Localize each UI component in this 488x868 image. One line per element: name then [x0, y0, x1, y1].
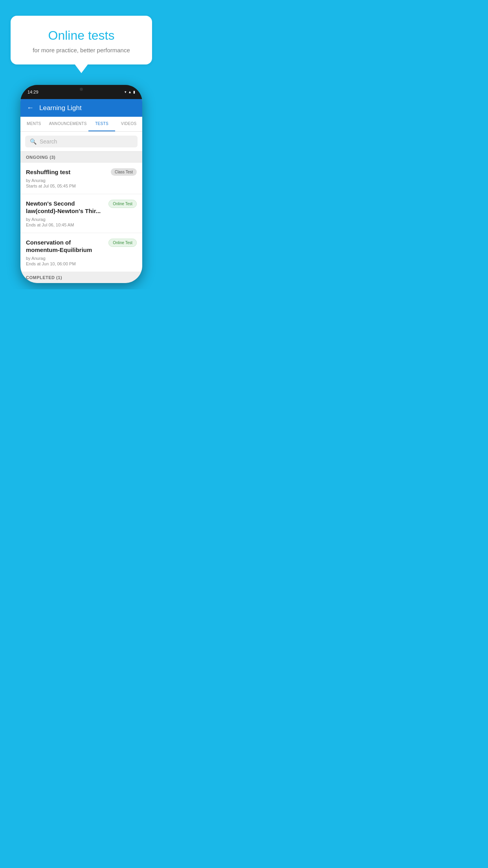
battery-icon: ▮ — [133, 90, 135, 94]
tab-announcements[interactable]: ANNOUNCEMENTS — [48, 117, 88, 131]
tab-ments[interactable]: MENTS — [20, 117, 48, 131]
test-card-1-row: Reshuffling test Class Test — [26, 168, 137, 176]
test-meta-3: by Anurag Ends at Jun 10, 06:00 PM — [26, 256, 137, 266]
test-name-3: Conservation of momentum-Equilibrium — [26, 239, 105, 254]
app-title: Learning Light — [39, 104, 82, 112]
status-icons: ▾ ▲ ▮ — [125, 90, 135, 94]
hero-section: Online tests for more practice, better p… — [0, 0, 163, 64]
test-card-3[interactable]: Conservation of momentum-Equilibrium Onl… — [20, 233, 142, 272]
test-meta-1: by Anurag Starts at Jul 05, 05:45 PM — [26, 178, 137, 188]
test-date-2: Ends at Jul 06, 10:45 AM — [26, 223, 137, 227]
phone-screen: ← Learning Light MENTS ANNOUNCEMENTS TES… — [20, 99, 142, 283]
test-card-1[interactable]: Reshuffling test Class Test by Anurag St… — [20, 163, 142, 194]
search-placeholder: Search — [40, 138, 57, 145]
hero-title: Online tests — [22, 28, 141, 43]
app-header: ← Learning Light — [20, 99, 142, 117]
test-card-3-row: Conservation of momentum-Equilibrium Onl… — [26, 239, 137, 254]
phone-mockup: 14:29 ▾ ▲ ▮ ← Learning Light MENTS — [20, 85, 142, 283]
notch — [70, 85, 93, 94]
test-name-1: Reshuffling test — [26, 168, 108, 176]
completed-section-label: COMPLETED (1) — [20, 272, 142, 283]
status-bar: 14:29 ▾ ▲ ▮ — [20, 85, 142, 99]
test-author-1: by Anurag — [26, 178, 137, 183]
test-author-2: by Anurag — [26, 217, 137, 222]
test-badge-3: Online Test — [108, 239, 137, 247]
search-icon: 🔍 — [30, 138, 37, 145]
wifi-icon: ▾ — [125, 90, 127, 94]
test-author-3: by Anurag — [26, 256, 137, 261]
test-badge-2: Online Test — [108, 200, 137, 208]
search-box[interactable]: 🔍 Search — [25, 136, 138, 147]
hero-subtitle: for more practice, better performance — [22, 47, 141, 53]
test-name-2: Newton's Second law(contd)-Newton's Thir… — [26, 200, 105, 215]
camera — [80, 88, 83, 91]
test-date-3: Ends at Jun 10, 06:00 PM — [26, 261, 137, 266]
tab-tests[interactable]: TESTS — [88, 117, 116, 131]
test-badge-1: Class Test — [111, 168, 137, 176]
test-date-1: Starts at Jul 05, 05:45 PM — [26, 184, 137, 188]
tabs-bar: MENTS ANNOUNCEMENTS TESTS VIDEOS — [20, 117, 142, 132]
status-time: 14:29 — [28, 90, 39, 94]
test-card-2[interactable]: Newton's Second law(contd)-Newton's Thir… — [20, 194, 142, 233]
phone-wrapper: 14:29 ▾ ▲ ▮ ← Learning Light MENTS — [0, 85, 163, 283]
ongoing-section-label: ONGOING (3) — [20, 152, 142, 163]
test-meta-2: by Anurag Ends at Jul 06, 10:45 AM — [26, 217, 137, 227]
back-button[interactable]: ← — [27, 104, 34, 112]
test-card-2-row: Newton's Second law(contd)-Newton's Thir… — [26, 200, 137, 215]
signal-icon: ▲ — [128, 90, 132, 94]
speech-bubble: Online tests for more practice, better p… — [11, 16, 152, 64]
search-container: 🔍 Search — [20, 132, 142, 152]
tab-videos[interactable]: VIDEOS — [115, 117, 142, 131]
